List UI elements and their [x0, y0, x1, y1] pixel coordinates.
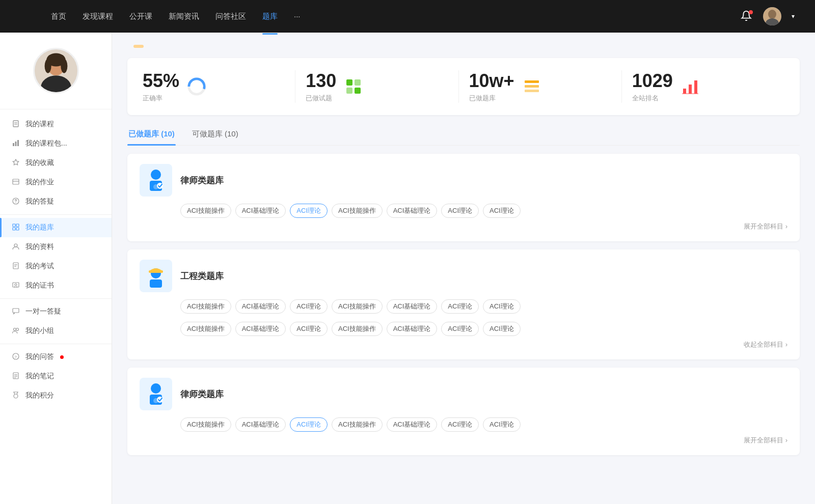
- sidebar-profile: [0, 48, 112, 109]
- nav-item-1[interactable]: 发现课程: [83, 10, 113, 23]
- bank-tags-2: ACI技能操作ACI基础理论ACI理论ACI技能操作ACI基础理论ACI理论AC…: [180, 417, 787, 432]
- svg-point-24: [14, 244, 17, 247]
- user-icon: [12, 243, 20, 251]
- sidebar-item-4[interactable]: 我的答疑: [0, 192, 112, 211]
- nav-item-2[interactable]: 公开课: [129, 10, 152, 23]
- sidebar-item-5[interactable]: 我的题库: [0, 218, 112, 237]
- tag-2-4[interactable]: ACI基础理论: [387, 417, 438, 432]
- sidebar-item-11[interactable]: ?我的问答: [0, 347, 112, 367]
- bank-card-0: 律师类题库ACI技能操作ACI基础理论ACI理论ACI技能操作ACI基础理论AC…: [127, 154, 800, 241]
- tag-0-2[interactable]: ACI理论: [290, 204, 328, 218]
- sidebar-item-12[interactable]: 我的笔记: [0, 367, 112, 386]
- tag-0-0[interactable]: ACI技能操作: [180, 204, 231, 218]
- sidebar-item-0[interactable]: 我的课程: [0, 115, 112, 134]
- tag2-1-1[interactable]: ACI基础理论: [235, 322, 286, 336]
- sidebar-menu: 我的课程我的课程包...我的收藏我的作业我的答疑我的题库我的资料我的考试我的证书…: [0, 115, 112, 405]
- notification-icon[interactable]: [741, 10, 753, 22]
- sidebar-item-2[interactable]: 我的收藏: [0, 153, 112, 173]
- tag-0-5[interactable]: ACI理论: [441, 204, 479, 218]
- collapse-link-1[interactable]: 收起全部科目 ›: [140, 340, 787, 349]
- sidebar-item-8[interactable]: 我的证书: [0, 276, 112, 295]
- engineer-icon-1: [140, 260, 172, 292]
- bank-cards-container: 律师类题库ACI技能操作ACI基础理论ACI理论ACI技能操作ACI基础理论AC…: [127, 154, 800, 455]
- svg-point-8: [44, 59, 51, 73]
- nav-item-4[interactable]: 问答社区: [215, 10, 246, 23]
- svg-point-65: [157, 397, 163, 403]
- nav-item-5[interactable]: 题库: [262, 10, 278, 23]
- tag2-1-5[interactable]: ACI理论: [441, 322, 479, 336]
- sidebar-item-label-6: 我的资料: [25, 242, 54, 251]
- tag-0-3[interactable]: ACI技能操作: [332, 204, 383, 218]
- sidebar-item-label-3: 我的作业: [25, 178, 54, 187]
- tag-1-5[interactable]: ACI理论: [441, 299, 479, 314]
- svg-point-19: [15, 202, 16, 203]
- svg-point-9: [61, 59, 67, 73]
- tag-2-6[interactable]: ACI理论: [483, 417, 521, 432]
- svg-rect-47: [355, 88, 361, 94]
- notification-dot: [749, 10, 753, 14]
- profile-avatar[interactable]: [33, 48, 79, 94]
- sidebar-item-3[interactable]: 我的作业: [0, 173, 112, 192]
- sidebar: 我的课程我的课程包...我的收藏我的作业我的答疑我的题库我的资料我的考试我的证书…: [0, 33, 112, 504]
- bank-tags-0: ACI技能操作ACI基础理论ACI理论ACI技能操作ACI基础理论ACI理论AC…: [180, 204, 787, 218]
- sidebar-item-6[interactable]: 我的资料: [0, 237, 112, 257]
- tag-2-1[interactable]: ACI基础理论: [235, 417, 286, 432]
- svg-rect-48: [525, 80, 539, 83]
- svg-rect-46: [346, 88, 352, 94]
- tag-0-6[interactable]: ACI理论: [483, 204, 521, 218]
- svg-rect-60: [149, 270, 163, 273]
- sidebar-item-label-2: 我的收藏: [25, 158, 54, 167]
- sidebar-item-7[interactable]: 我的考试: [0, 257, 112, 276]
- stat-icon-0: [186, 76, 207, 97]
- tag-1-3[interactable]: ACI技能操作: [332, 299, 383, 314]
- tag-1-1[interactable]: ACI基础理论: [235, 299, 286, 314]
- tag2-1-3[interactable]: ACI技能操作: [332, 322, 383, 336]
- stat-item-0: 55% 正确率: [143, 70, 295, 103]
- sidebar-item-label-12: 我的笔记: [25, 372, 54, 381]
- tag-2-0[interactable]: ACI技能操作: [180, 417, 231, 432]
- tag-1-6[interactable]: ACI理论: [483, 299, 521, 314]
- page-header: [127, 45, 800, 48]
- tag2-1-6[interactable]: ACI理论: [483, 322, 521, 336]
- svg-point-1: [768, 10, 776, 19]
- avatar-dropdown-chevron[interactable]: ▾: [792, 13, 795, 20]
- tag-2-2[interactable]: ACI理论: [290, 417, 328, 432]
- medal-icon: [12, 391, 20, 400]
- tab-0[interactable]: 已做题库 (10): [127, 125, 176, 145]
- tag-2-5[interactable]: ACI理论: [441, 417, 479, 432]
- tag-0-1[interactable]: ACI基础理论: [235, 204, 286, 218]
- bank-title-2: 律师类题库: [180, 388, 224, 400]
- sidebar-item-13[interactable]: 我的积分: [0, 386, 112, 405]
- sidebar-item-9[interactable]: 一对一答疑: [0, 302, 112, 321]
- avatar[interactable]: [763, 7, 781, 25]
- nav-item-3[interactable]: 新闻资讯: [169, 10, 199, 23]
- bank-tags-1: ACI技能操作ACI基础理论ACI理论ACI技能操作ACI基础理论ACI理论AC…: [180, 299, 787, 336]
- cert-icon: [12, 282, 20, 290]
- tag2-1-0[interactable]: ACI技能操作: [180, 322, 231, 336]
- tag-1-0[interactable]: ACI技能操作: [180, 299, 231, 314]
- tag-2-3[interactable]: ACI技能操作: [332, 417, 383, 432]
- tag2-1-2[interactable]: ACI理论: [290, 322, 328, 336]
- svg-rect-61: [150, 279, 162, 288]
- main-content: 55% 正确率 130 已做试题 10w+ 已做题库 1029 全站排名 已做题…: [112, 33, 815, 504]
- tab-1[interactable]: 可做题库 (10): [191, 125, 239, 145]
- svg-rect-52: [689, 85, 692, 94]
- expand-link-2[interactable]: 展开全部科目 ›: [140, 436, 787, 445]
- tag-1-4[interactable]: ACI基础理论: [387, 299, 438, 314]
- tag-0-4[interactable]: ACI基础理论: [387, 204, 438, 218]
- svg-text:?: ?: [15, 355, 17, 359]
- expand-link-0[interactable]: 展开全部科目 ›: [140, 222, 787, 231]
- sidebar-item-10[interactable]: 我的小组: [0, 321, 112, 341]
- sidebar-item-1[interactable]: 我的课程包...: [0, 134, 112, 153]
- sidebar-item-label-1: 我的课程包...: [25, 139, 67, 148]
- svg-point-55: [151, 170, 161, 180]
- unread-dot: [60, 355, 64, 359]
- edit-icon: [12, 178, 20, 186]
- nav-item-0[interactable]: 首页: [51, 10, 66, 23]
- sidebar-item-label-5: 我的题库: [25, 223, 54, 232]
- tag2-1-4[interactable]: ACI基础理论: [387, 322, 438, 336]
- nav-item-6[interactable]: ···: [294, 10, 301, 23]
- tag-1-2[interactable]: ACI理论: [290, 299, 328, 314]
- stat-value-3: 1029: [632, 70, 673, 92]
- bank-card-2: 律师类题库ACI技能操作ACI基础理论ACI理论ACI技能操作ACI基础理论AC…: [127, 368, 800, 455]
